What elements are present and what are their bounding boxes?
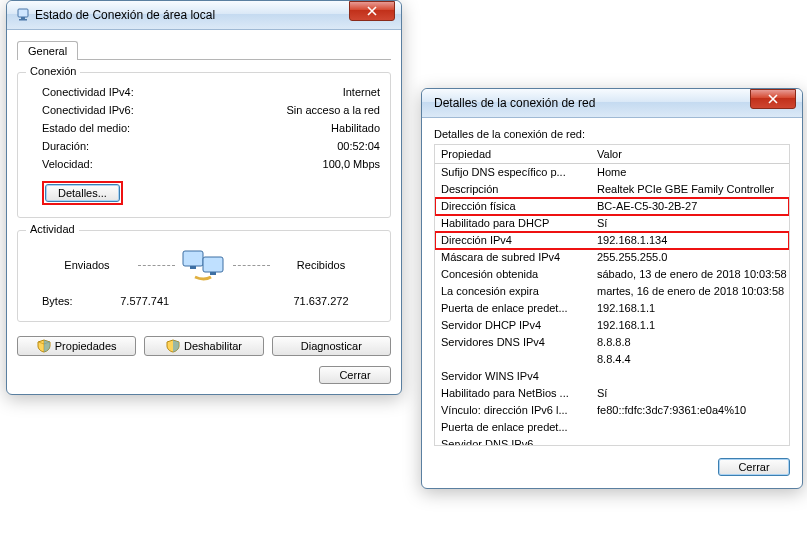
row-label: Conectividad IPv6:	[42, 104, 134, 116]
row-label: Estado del medio:	[42, 122, 130, 134]
detail-value: 255.255.255.0	[593, 250, 789, 265]
connection-row: Estado del medio:Habilitado	[28, 119, 380, 137]
connection-row: Velocidad:100,0 Mbps	[28, 155, 380, 173]
svg-rect-1	[21, 17, 25, 19]
detail-row[interactable]: Dirección físicaBC-AE-C5-30-2B-27	[435, 198, 789, 215]
details-listview[interactable]: Propiedad Valor Sufijo DNS específico p.…	[434, 144, 790, 446]
window-title: Estado de Conexión de área local	[31, 8, 397, 22]
group-activity: Actividad Enviados Recibidos Byt	[17, 230, 391, 322]
bytes-sent: 7.577.741	[100, 295, 190, 307]
detail-property: Vínculo: dirección IPv6 l...	[435, 403, 593, 418]
detail-value: 192.168.1.1	[593, 301, 789, 316]
detail-property: Servidor DNS IPv6	[435, 437, 593, 446]
client-area: Detalles de la conexión de red: Propieda…	[422, 118, 802, 488]
detail-value: 192.168.1.134	[593, 233, 789, 248]
detail-property: Dirección IPv4	[435, 233, 593, 248]
diagnose-label: Diagnosticar	[301, 340, 362, 352]
detail-row[interactable]: Servidor DHCP IPv4192.168.1.1	[435, 317, 789, 334]
detail-row[interactable]: La concesión expiramartes, 16 de enero d…	[435, 283, 789, 300]
tab-general[interactable]: General	[17, 41, 78, 60]
disable-button[interactable]: Deshabilitar	[144, 336, 263, 356]
detail-row[interactable]: Puerta de enlace predet...	[435, 419, 789, 436]
col-value[interactable]: Valor	[593, 148, 789, 160]
bytes-label: Bytes:	[42, 295, 73, 307]
detail-row[interactable]: Habilitado para DHCPSí	[435, 215, 789, 232]
detail-row[interactable]: Puerta de enlace predet...192.168.1.1	[435, 300, 789, 317]
detail-row[interactable]: Servidor WINS IPv4	[435, 368, 789, 385]
svg-rect-4	[203, 257, 223, 272]
client-area: General Conexión Conectividad IPv4:Inter…	[7, 30, 401, 394]
row-label: Duración:	[42, 140, 89, 152]
detail-value: 8.8.4.4	[593, 352, 789, 367]
row-value: Internet	[343, 86, 380, 98]
monitors-icon	[181, 247, 227, 283]
detail-property: Descripción	[435, 182, 593, 197]
dash-line	[138, 265, 175, 266]
row-value: Sin acceso a la red	[286, 104, 380, 116]
detail-property: Máscara de subred IPv4	[435, 250, 593, 265]
properties-button[interactable]: Propiedades	[17, 336, 136, 356]
sent-label: Enviados	[42, 259, 132, 271]
detail-property: Puerta de enlace predet...	[435, 301, 593, 316]
detail-property: Puerta de enlace predet...	[435, 420, 593, 435]
svg-rect-3	[183, 251, 203, 266]
row-value: Habilitado	[331, 122, 380, 134]
detail-value: fe80::fdfc:3dc7:9361:e0a4%10	[593, 403, 789, 418]
network-icon	[15, 7, 31, 23]
detail-property	[435, 352, 593, 367]
connection-row: Conectividad IPv6:Sin acceso a la red	[28, 101, 380, 119]
row-value: 100,0 Mbps	[323, 158, 380, 170]
group-connection-legend: Conexión	[26, 65, 80, 77]
close-button[interactable]	[750, 89, 796, 109]
detail-row[interactable]: Vínculo: dirección IPv6 l...fe80::fdfc:3…	[435, 402, 789, 419]
detail-property: Concesión obtenida	[435, 267, 593, 282]
titlebar[interactable]: Estado de Conexión de área local	[7, 1, 401, 30]
detail-row[interactable]: Máscara de subred IPv4255.255.255.0	[435, 249, 789, 266]
connection-details-window: Detalles de la conexión de red Detalles …	[421, 88, 803, 489]
bytes-recv: 71.637.272	[276, 295, 366, 307]
detail-value: martes, 16 de enero de 2018 10:03:58	[593, 284, 789, 299]
close-dialog-button[interactable]: Cerrar	[319, 366, 391, 384]
shield-icon	[166, 339, 180, 353]
detail-row[interactable]: DescripciónRealtek PCIe GBE Family Contr…	[435, 181, 789, 198]
shield-icon	[37, 339, 51, 353]
detail-value	[593, 437, 789, 446]
detail-value: Home	[593, 165, 789, 180]
detail-value: 8.8.8.8	[593, 335, 789, 350]
diagnose-button[interactable]: Diagnosticar	[272, 336, 391, 356]
group-activity-legend: Actividad	[26, 223, 79, 235]
svg-rect-2	[19, 19, 27, 21]
row-label: Velocidad:	[42, 158, 93, 170]
detail-value: 192.168.1.1	[593, 318, 789, 333]
svg-rect-6	[210, 272, 216, 275]
group-connection: Conexión Conectividad IPv4:InternetConec…	[17, 72, 391, 218]
close-button[interactable]	[349, 1, 395, 21]
detail-value: sábado, 13 de enero de 2018 10:03:58	[593, 267, 789, 282]
col-property[interactable]: Propiedad	[435, 148, 593, 160]
lan-status-window: Estado de Conexión de área local General…	[6, 0, 402, 395]
detail-row[interactable]: Dirección IPv4192.168.1.134	[435, 232, 789, 249]
recv-label: Recibidos	[276, 259, 366, 271]
detail-row[interactable]: Servidores DNS IPv48.8.8.8	[435, 334, 789, 351]
detail-row[interactable]: Sufijo DNS específico p...Home	[435, 164, 789, 181]
tabstrip: General	[17, 40, 391, 60]
detail-row[interactable]: Servidor DNS IPv6	[435, 436, 789, 446]
list-header[interactable]: Propiedad Valor	[435, 145, 789, 164]
row-value: 00:52:04	[337, 140, 380, 152]
detail-row[interactable]: Habilitado para NetBios ...Sí	[435, 385, 789, 402]
disable-label: Deshabilitar	[184, 340, 242, 352]
detail-row[interactable]: 8.8.4.4	[435, 351, 789, 368]
detail-property: Habilitado para NetBios ...	[435, 386, 593, 401]
details-button[interactable]: Detalles...	[45, 184, 120, 202]
detail-property: Servidor WINS IPv4	[435, 369, 593, 384]
svg-rect-0	[18, 9, 28, 17]
close-dialog-button[interactable]: Cerrar	[718, 458, 790, 476]
detail-property: Dirección física	[435, 199, 593, 214]
detail-value: BC-AE-C5-30-2B-27	[593, 199, 789, 214]
detail-property: Servidores DNS IPv4	[435, 335, 593, 350]
details-caption: Detalles de la conexión de red:	[434, 128, 790, 140]
detail-row[interactable]: Concesión obtenidasábado, 13 de enero de…	[435, 266, 789, 283]
detail-value: Sí	[593, 216, 789, 231]
titlebar[interactable]: Detalles de la conexión de red	[422, 89, 802, 118]
properties-label: Propiedades	[55, 340, 117, 352]
